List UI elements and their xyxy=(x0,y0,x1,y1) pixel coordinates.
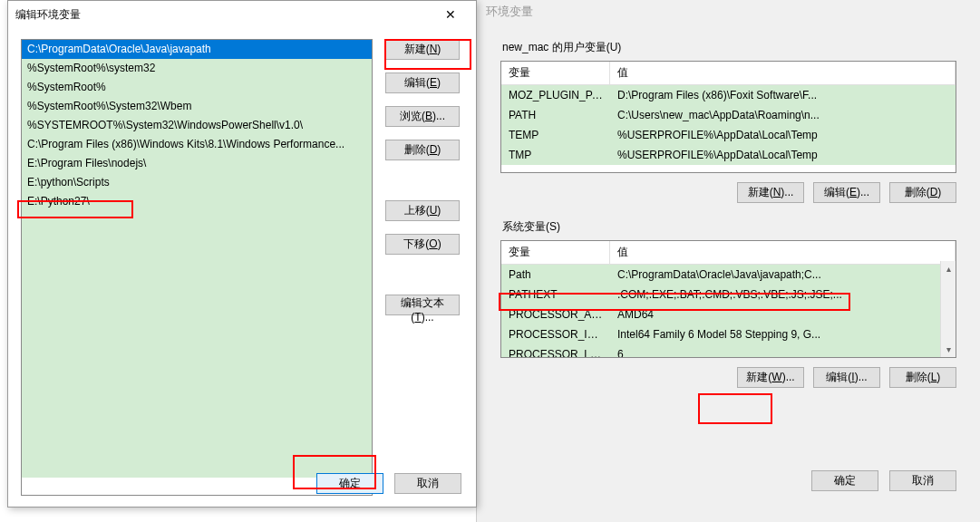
sys-edit-button[interactable]: 编辑(I)... xyxy=(813,367,880,388)
scrollbar[interactable]: ▴ ▾ xyxy=(940,261,956,357)
path-row-empty xyxy=(22,382,372,401)
user-delete-button[interactable]: 删除(D) xyxy=(889,182,956,203)
new-button[interactable]: 新建(N) xyxy=(385,39,460,60)
var-value: %USERPROFILE%\AppData\Local\Temp xyxy=(610,126,956,144)
path-row-empty xyxy=(22,211,372,230)
path-row[interactable]: %SystemRoot% xyxy=(22,78,372,97)
edit-env-var-dialog: 编辑环境变量 ✕ C:\ProgramData\Oracle\Java\java… xyxy=(7,0,477,508)
path-list[interactable]: C:\ProgramData\Oracle\Java\javapath%Syst… xyxy=(21,39,373,496)
col-name-header: 变量 xyxy=(501,62,610,84)
col-value-header: 值 xyxy=(610,62,956,84)
delete-button[interactable]: 删除(D) xyxy=(385,140,460,160)
scroll-up-icon[interactable]: ▴ xyxy=(941,261,956,276)
var-value: D:\Program Files (x86)\Foxit Software\F.… xyxy=(610,86,956,104)
var-value: 6 xyxy=(610,345,956,359)
var-name: PATHEXT xyxy=(501,285,610,304)
path-row[interactable]: %SystemRoot%\system32 xyxy=(22,59,372,78)
path-row-empty xyxy=(22,249,372,268)
dialog-titlebar[interactable]: 编辑环境变量 ✕ xyxy=(8,1,476,28)
path-row-empty xyxy=(22,363,372,382)
edittext-button[interactable]: 编辑文本(T)... xyxy=(385,295,460,315)
sys-delete-button[interactable]: 删除(L) xyxy=(889,367,956,388)
path-row-empty xyxy=(22,344,372,363)
path-row-empty xyxy=(22,268,372,287)
var-value: AMD64 xyxy=(610,305,956,324)
cancel-button[interactable]: 取消 xyxy=(394,473,461,494)
table-row[interactable]: PATHEXT.COM;.EXE;.BAT;.CMD;.VBS;.VBE;.JS… xyxy=(501,285,956,304)
table-row[interactable]: PROCESSOR_IDE...Intel64 Family 6 Model 5… xyxy=(501,324,956,344)
var-name: TMP xyxy=(501,146,610,164)
var-name: Path xyxy=(501,266,610,284)
path-row[interactable]: %SYSTEMROOT%\System32\WindowsPowerShell\… xyxy=(22,116,372,135)
close-button[interactable]: ✕ xyxy=(432,2,469,27)
env-var-parent-window: 环境变量 new_mac 的用户变量(U) 变量 值 MOZ_PLUGIN_PA… xyxy=(476,0,980,522)
path-row-empty xyxy=(22,306,372,325)
table-row[interactable]: MOZ_PLUGIN_PA...D:\Program Files (x86)\F… xyxy=(501,85,956,105)
user-vars-label: new_mac 的用户变量(U) xyxy=(502,40,980,55)
var-name: PROCESSOR_IDE... xyxy=(501,325,610,343)
path-row[interactable]: C:\Program Files (x86)\Windows Kits\8.1\… xyxy=(22,135,372,154)
path-row-empty xyxy=(22,420,372,440)
var-value: C:\ProgramData\Oracle\Java\javapath;C... xyxy=(610,266,956,284)
user-new-button[interactable]: 新建(N)... xyxy=(737,182,804,203)
table-row[interactable]: TMP%USERPROFILE%\AppData\Local\Temp xyxy=(501,145,956,165)
ok-button[interactable]: 确定 xyxy=(316,473,383,494)
sys-vars-label: 系统变量(S) xyxy=(502,219,980,235)
parent-title: 环境变量 xyxy=(477,0,980,24)
parent-cancel-button[interactable]: 取消 xyxy=(889,470,956,491)
dialog-title: 编辑环境变量 xyxy=(15,7,81,23)
var-value: %USERPROFILE%\AppData\Local\Temp xyxy=(610,146,956,164)
moveup-button[interactable]: 上移(U) xyxy=(385,200,460,221)
var-name: PATH xyxy=(501,106,610,124)
path-row-empty xyxy=(22,325,372,344)
user-vars-table[interactable]: 变量 值 MOZ_PLUGIN_PA...D:\Program Files (x… xyxy=(500,61,956,173)
path-row[interactable]: C:\ProgramData\Oracle\Java\javapath xyxy=(22,40,372,59)
path-row[interactable]: E:\python\Scripts xyxy=(22,173,372,192)
table-row[interactable]: TEMP%USERPROFILE%\AppData\Local\Temp xyxy=(501,125,956,145)
path-row[interactable]: E:\Python27\ xyxy=(22,192,372,211)
path-row[interactable]: %SystemRoot%\System32\Wbem xyxy=(22,97,372,116)
var-name: PROCESSOR_LEV... xyxy=(501,345,610,359)
parent-ok-button[interactable]: 确定 xyxy=(811,470,878,491)
var-value: Intel64 Family 6 Model 58 Stepping 9, G.… xyxy=(610,325,956,343)
movedown-button[interactable]: 下移(O) xyxy=(385,234,460,255)
var-name: MOZ_PLUGIN_PA... xyxy=(501,86,610,104)
path-row-empty xyxy=(22,230,372,249)
sys-vars-table[interactable]: 变量 值 PathC:\ProgramData\Oracle\Java\java… xyxy=(500,240,956,358)
path-row-empty xyxy=(22,401,372,420)
var-name: TEMP xyxy=(501,126,610,144)
sys-new-button[interactable]: 新建(W)... xyxy=(737,367,804,388)
var-value: C:\Users\new_mac\AppData\Roaming\n... xyxy=(610,106,956,124)
scroll-down-icon[interactable]: ▾ xyxy=(941,342,956,357)
table-header: 变量 值 xyxy=(501,241,956,265)
table-row[interactable]: PROCESSOR_AR...AMD64 xyxy=(501,304,956,324)
var-value: .COM;.EXE;.BAT;.CMD;.VBS;.VBE;.JS;.JSE;.… xyxy=(610,285,956,304)
table-header: 变量 值 xyxy=(501,62,956,85)
edit-button[interactable]: 编辑(E) xyxy=(385,72,460,93)
table-row[interactable]: PathC:\ProgramData\Oracle\Java\javapath;… xyxy=(501,265,956,285)
table-row[interactable]: PATHC:\Users\new_mac\AppData\Roaming\n..… xyxy=(501,105,956,125)
close-icon: ✕ xyxy=(445,7,456,22)
var-name: PROCESSOR_AR... xyxy=(501,305,610,324)
user-edit-button[interactable]: 编辑(E)... xyxy=(813,182,880,203)
table-row[interactable]: PROCESSOR_LEV...6 xyxy=(501,344,956,358)
col-name-header: 变量 xyxy=(501,241,610,264)
path-row-empty xyxy=(22,440,372,459)
col-value-header: 值 xyxy=(610,241,956,264)
browse-button[interactable]: 浏览(B)... xyxy=(385,106,460,127)
path-row[interactable]: E:\Program Files\nodejs\ xyxy=(22,154,372,173)
path-row-empty xyxy=(22,287,372,306)
